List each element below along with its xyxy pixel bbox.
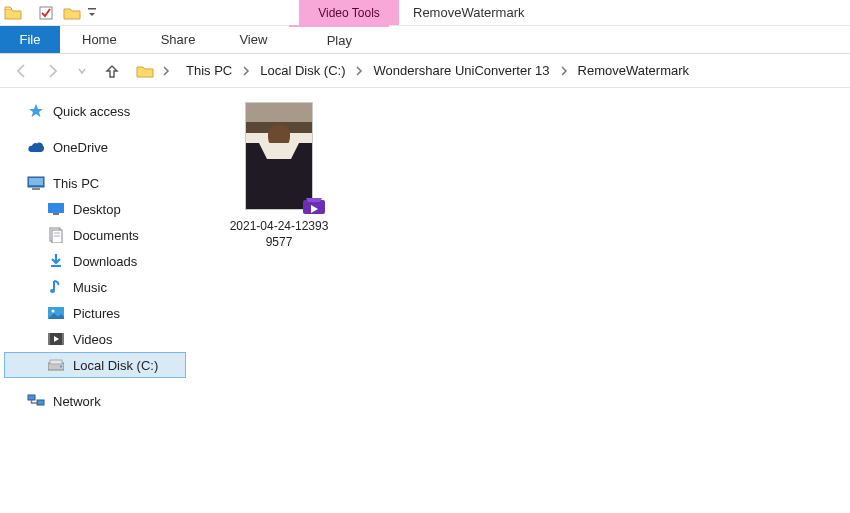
sidebar-item-pictures[interactable]: Pictures — [4, 300, 186, 326]
window-title: RemoveWatermark — [399, 0, 538, 25]
svg-rect-6 — [53, 213, 59, 215]
chevron-right-icon[interactable] — [240, 66, 252, 76]
address-folder-icon[interactable] — [136, 62, 154, 80]
chevron-right-icon[interactable] — [558, 66, 570, 76]
sidebar-item-label: Downloads — [73, 254, 137, 269]
sidebar-item-music[interactable]: Music — [4, 274, 186, 300]
star-icon — [27, 102, 45, 120]
tab-play[interactable]: Play — [289, 25, 389, 53]
svg-rect-21 — [28, 395, 35, 400]
sidebar-item-quick-access[interactable]: Quick access — [4, 98, 186, 124]
chevron-right-icon[interactable] — [353, 66, 365, 76]
file-name: 2021-04-24-12393 9577 — [214, 218, 344, 250]
explorer-body: Quick access OneDrive This PC Desktop Do… — [0, 88, 850, 513]
main-tab-group: Home Share View — [60, 26, 289, 53]
navigation-pane: Quick access OneDrive This PC Desktop Do… — [0, 88, 190, 513]
cloud-icon — [27, 138, 45, 156]
svg-rect-4 — [32, 188, 40, 190]
new-folder-button[interactable] — [61, 3, 83, 23]
spacer — [4, 378, 186, 388]
documents-icon — [47, 226, 65, 244]
crumb-local-disk[interactable]: Local Disk (C:) — [256, 61, 349, 80]
back-button[interactable] — [10, 59, 34, 83]
sidebar-item-network[interactable]: Network — [4, 388, 186, 414]
drive-icon — [47, 356, 65, 374]
properties-button[interactable] — [35, 3, 57, 23]
sidebar-item-label: This PC — [53, 176, 99, 191]
tab-home[interactable]: Home — [60, 26, 139, 53]
svg-point-12 — [50, 289, 55, 293]
sidebar-item-label: Documents — [73, 228, 139, 243]
spacer — [4, 160, 186, 170]
svg-rect-16 — [48, 333, 50, 345]
quick-access-toolbar — [0, 0, 101, 25]
sidebar-item-label: OneDrive — [53, 140, 108, 155]
sidebar-item-videos[interactable]: Videos — [4, 326, 186, 352]
file-name-line: 9577 — [266, 235, 293, 249]
crumb-wondershare[interactable]: Wondershare UniConverter 13 — [369, 61, 553, 80]
file-name-line: 2021-04-24-12393 — [230, 219, 329, 233]
address-bar: This PC Local Disk (C:) Wondershare UniC… — [0, 54, 850, 88]
sidebar-item-label: Quick access — [53, 104, 130, 119]
svg-rect-1 — [88, 8, 96, 10]
tab-share[interactable]: Share — [139, 26, 218, 53]
crumb-removewatermark[interactable]: RemoveWatermark — [574, 61, 693, 80]
qat-dropdown-button[interactable] — [87, 8, 97, 18]
crumb-this-pc[interactable]: This PC — [182, 61, 236, 80]
file-item[interactable]: 2021-04-24-12393 9577 — [214, 102, 344, 250]
video-thumbnail — [239, 102, 319, 212]
svg-rect-22 — [37, 400, 44, 405]
sidebar-item-label: Music — [73, 280, 107, 295]
sidebar-item-this-pc[interactable]: This PC — [4, 170, 186, 196]
computer-icon — [27, 174, 45, 192]
contextual-tab-header: Video Tools — [299, 0, 399, 25]
sidebar-item-downloads[interactable]: Downloads — [4, 248, 186, 274]
sidebar-item-label: Pictures — [73, 306, 120, 321]
chevron-right-icon[interactable] — [160, 66, 172, 76]
sidebar-item-onedrive[interactable]: OneDrive — [4, 134, 186, 160]
folder-icon — [4, 5, 22, 21]
videos-icon — [47, 330, 65, 348]
svg-point-14 — [52, 310, 55, 313]
music-icon — [47, 278, 65, 296]
download-icon — [47, 252, 65, 270]
video-overlay-icon — [303, 196, 325, 216]
breadcrumb: This PC Local Disk (C:) Wondershare UniC… — [182, 61, 693, 80]
file-tab[interactable]: File — [0, 26, 60, 53]
forward-button[interactable] — [40, 59, 64, 83]
pictures-icon — [47, 304, 65, 322]
thumbnail-image — [245, 102, 313, 210]
svg-rect-19 — [50, 360, 62, 364]
folder-content[interactable]: 2021-04-24-12393 9577 — [190, 88, 850, 513]
sidebar-item-label: Desktop — [73, 202, 121, 217]
svg-point-20 — [60, 366, 62, 368]
ribbon-tabs: File Home Share View Play — [0, 26, 850, 54]
sidebar-item-local-disk[interactable]: Local Disk (C:) — [4, 352, 186, 378]
sidebar-item-label: Local Disk (C:) — [73, 358, 158, 373]
sidebar-item-label: Network — [53, 394, 101, 409]
svg-rect-5 — [48, 203, 64, 213]
desktop-icon — [47, 200, 65, 218]
tab-view[interactable]: View — [217, 26, 289, 53]
up-button[interactable] — [100, 59, 124, 83]
title-bar: Video Tools RemoveWatermark — [0, 0, 850, 26]
sidebar-item-desktop[interactable]: Desktop — [4, 196, 186, 222]
svg-rect-17 — [62, 333, 64, 345]
recent-locations-button[interactable] — [70, 59, 94, 83]
sidebar-item-label: Videos — [73, 332, 113, 347]
svg-rect-3 — [29, 178, 43, 185]
network-icon — [27, 392, 45, 410]
spacer — [4, 124, 186, 134]
sidebar-item-documents[interactable]: Documents — [4, 222, 186, 248]
